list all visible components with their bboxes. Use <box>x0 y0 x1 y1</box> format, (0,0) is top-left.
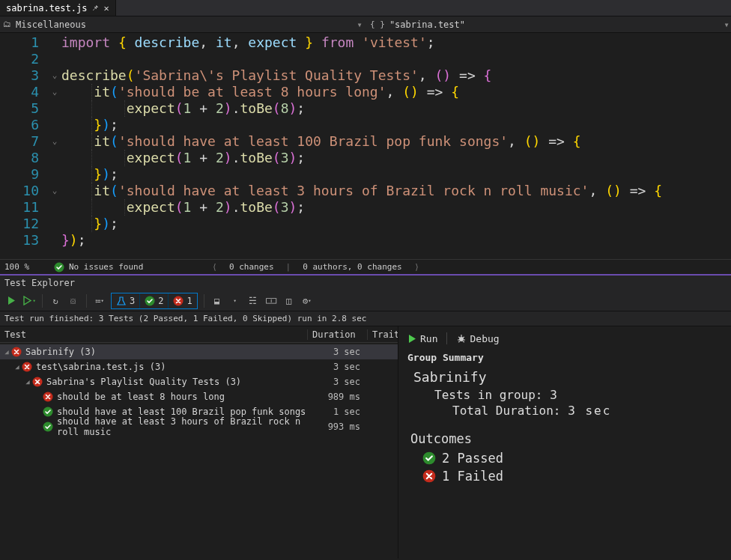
repeat-button[interactable]: ↻ <box>49 294 62 308</box>
braces-icon: { } <box>370 19 385 29</box>
code-area[interactable]: import { describe, it, expect } from 'vi… <box>61 33 731 259</box>
total-duration-value: 3 sec <box>568 404 611 418</box>
test-duration: 989 ms <box>308 392 368 402</box>
outcome-failed-row: 1 Failed <box>422 469 722 484</box>
outcome-passed-row: 2 Passed <box>422 451 722 466</box>
changes-count[interactable]: 0 changes <box>229 262 274 272</box>
pass-icon <box>145 296 155 306</box>
run-all-button[interactable] <box>4 294 18 308</box>
tests-in-group-row: Tests in group: 3 <box>434 388 722 402</box>
play-icon <box>407 334 417 344</box>
group-summary-heading: Group Summary <box>407 352 722 363</box>
test-run-status: Test run finished: 3 Tests (2 Passed, 1 … <box>0 311 731 326</box>
settings-button[interactable]: ⚙︎▾ <box>300 294 314 308</box>
filter-failed-chip[interactable]: 1 <box>169 293 196 308</box>
fold-column: ⌄⌄⌄⌄ <box>48 33 61 259</box>
test-duration: 993 ms <box>308 421 368 432</box>
play-icon <box>7 296 16 305</box>
test-label: Sabrina's Playlist Quality Tests (3) <box>43 377 308 387</box>
fail-icon <box>173 296 183 306</box>
context-project-dropdown[interactable]: 🗂︎ Miscellaneous <box>0 19 355 30</box>
test-row[interactable]: ◢Sabrinify (3)3 sec <box>0 344 398 359</box>
column-traits[interactable]: Traits <box>368 329 398 340</box>
context-scope-label: "sabrina.test" <box>389 19 465 30</box>
check-circle-icon <box>54 262 64 273</box>
authors-count[interactable]: 0 authors, 0 changes <box>303 262 401 272</box>
tabs-row: sabrina.test.js 📌︎ ✕ <box>0 0 731 16</box>
health-indicator[interactable]: No issues found <box>54 262 143 273</box>
pass-icon <box>422 451 436 465</box>
context-project-label: Miscellaneous <box>16 19 86 30</box>
test-duration: 3 sec <box>308 377 368 387</box>
editor-status-bar: 100 % No issues found ⟨ 0 changes | 0 au… <box>0 259 731 274</box>
view-button-1[interactable]: ⬓ <box>210 294 224 308</box>
test-explorer-body: Test Duration Traits ◢Sabrinify (3)3 sec… <box>0 326 731 559</box>
filter-passed-chip[interactable]: 2 <box>140 293 169 308</box>
run-button[interactable]: ▾ <box>22 294 36 308</box>
test-row[interactable]: ◢Sabrina's Playlist Quality Tests (3)3 s… <box>0 374 398 389</box>
column-duration[interactable]: Duration <box>308 329 368 340</box>
test-duration: 3 sec <box>308 362 368 372</box>
detail-run-button[interactable]: Run <box>407 333 437 344</box>
test-duration: 1 sec <box>308 407 368 417</box>
column-test[interactable]: Test <box>0 329 308 340</box>
file-tab[interactable]: sabrina.test.js 📌︎ ✕ <box>0 0 116 16</box>
group-name: Sabrinify <box>413 369 722 385</box>
tests-in-group-value: 3 <box>550 388 559 402</box>
test-label: should have at least 100 Brazil pop funk… <box>54 407 308 417</box>
test-row[interactable]: should have at least 3 hours of Brazil r… <box>0 419 398 434</box>
test-duration: 3 sec <box>308 347 368 357</box>
context-row: 🗂︎ Miscellaneous ▾ { } "sabrina.test" ▾ <box>0 16 731 33</box>
context-dropdown-arrow-2[interactable]: ▾ <box>722 19 731 30</box>
test-explorer-title: Test Explorer <box>0 276 731 290</box>
playlist-button[interactable]: ≔▾ <box>93 294 106 308</box>
test-label: should be at least 8 hours long <box>54 392 308 402</box>
test-detail-pane: Run Debug Group Summary Sabrinify Tests … <box>398 326 731 559</box>
tree-expander[interactable]: ◢ <box>3 348 10 356</box>
layout-button-1[interactable]: ☵ <box>246 294 260 308</box>
chip-failed-count: 1 <box>186 296 192 306</box>
layout-button-3[interactable]: ◫ <box>282 294 296 308</box>
chip-passed-count: 2 <box>158 296 163 306</box>
context-dropdown-arrow[interactable]: ▾ <box>355 19 364 30</box>
arrow-icon: ⟨ <box>212 262 217 272</box>
bug-icon <box>456 333 467 344</box>
play-outline-icon <box>22 296 32 305</box>
zoom-level[interactable]: 100 % <box>4 262 42 272</box>
chip-total-count: 3 <box>130 296 135 306</box>
fail-icon <box>422 469 436 483</box>
stop-button[interactable]: ⦻︎ <box>67 294 80 308</box>
debug-label: Debug <box>470 333 499 344</box>
tree-expander[interactable]: ◢ <box>13 363 21 371</box>
test-row[interactable]: ◢test\sabrina.test.js (3)3 sec <box>0 359 398 374</box>
test-label: test\sabrina.test.js (3) <box>33 362 308 372</box>
fail-icon <box>42 391 54 403</box>
fail-icon <box>21 361 33 373</box>
fail-icon <box>10 346 22 358</box>
test-tree[interactable]: ◢Sabrinify (3)3 sec◢test\sabrina.test.js… <box>0 343 398 559</box>
view-dropdown[interactable]: ▾ <box>228 294 242 308</box>
test-tree-pane: Test Duration Traits ◢Sabrinify (3)3 sec… <box>0 326 398 559</box>
detail-debug-button[interactable]: Debug <box>456 333 499 344</box>
pin-icon[interactable]: 📌︎ <box>91 4 99 12</box>
tree-expander[interactable]: ◢ <box>24 378 31 386</box>
fail-icon <box>31 376 43 388</box>
pass-icon <box>42 406 54 418</box>
outcome-failed-text: 1 Failed <box>442 469 503 484</box>
layout-button-2[interactable]: 🀱︎ <box>264 294 278 308</box>
flask-icon <box>116 296 127 306</box>
code-editor[interactable]: 12345678910111213 ⌄⌄⌄⌄ import { describe… <box>0 33 731 259</box>
filter-total-chip[interactable]: 3 <box>112 293 140 308</box>
close-icon[interactable]: ✕ <box>103 3 109 13</box>
line-number-gutter: 12345678910111213 <box>0 33 48 259</box>
outcomes-heading: Outcomes <box>410 431 722 446</box>
tab-filename: sabrina.test.js <box>6 3 87 13</box>
test-label: Sabrinify (3) <box>22 347 308 357</box>
filter-chips: 3 2 1 <box>111 293 198 309</box>
total-duration-row: Total Duration: 3 sec <box>452 404 722 418</box>
arrow-icon-2: ⟨ <box>414 262 419 272</box>
context-scope-dropdown[interactable]: { } "sabrina.test" <box>364 19 722 30</box>
health-text: No issues found <box>69 262 143 272</box>
test-row[interactable]: should be at least 8 hours long989 ms <box>0 389 398 404</box>
stack-icon: 🗂︎ <box>3 19 11 29</box>
